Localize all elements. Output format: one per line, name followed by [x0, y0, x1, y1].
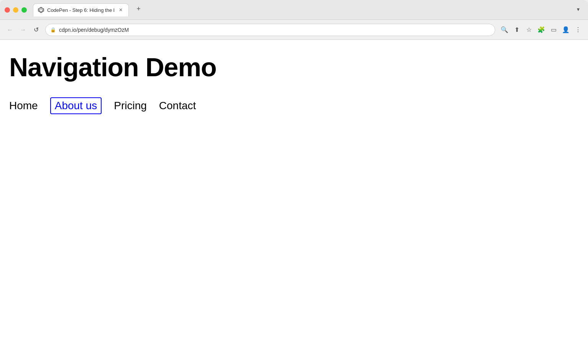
- address-bar: ← → ↺ 🔒 cdpn.io/pen/debug/dymzOzM 🔍 ⬆ ☆ …: [0, 20, 588, 40]
- forward-button[interactable]: →: [18, 25, 28, 35]
- svg-marker-1: [39, 9, 43, 12]
- back-button[interactable]: ←: [5, 25, 15, 35]
- close-button[interactable]: [5, 7, 10, 13]
- extensions-button[interactable]: 🧩: [536, 25, 547, 35]
- codepen-icon: [38, 7, 44, 13]
- nav-item-pricing[interactable]: Pricing: [114, 100, 147, 112]
- nav-item-contact[interactable]: Contact: [159, 100, 196, 112]
- reload-button[interactable]: ↺: [31, 25, 41, 35]
- svg-line-6: [38, 11, 39, 11]
- new-tab-button[interactable]: +: [133, 4, 144, 15]
- active-tab[interactable]: CodePen - Step 6: Hiding the l ✕: [33, 3, 129, 16]
- page-content: Navigation Demo Home About us Pricing Co…: [0, 40, 588, 364]
- search-button[interactable]: 🔍: [499, 25, 510, 35]
- address-field[interactable]: 🔒 cdpn.io/pen/debug/dymzOzM: [45, 24, 495, 36]
- tab-close-button[interactable]: ✕: [118, 7, 124, 13]
- minimize-button[interactable]: [13, 7, 18, 13]
- sidebar-button[interactable]: ▭: [548, 25, 559, 35]
- svg-line-7: [43, 11, 44, 11]
- window-controls: [5, 7, 27, 13]
- browser-window: CodePen - Step 6: Hiding the l ✕ + ▾ ← →…: [0, 0, 588, 364]
- profile-button[interactable]: 👤: [560, 25, 571, 35]
- title-bar: CodePen - Step 6: Hiding the l ✕ + ▾: [0, 0, 588, 20]
- lock-icon: 🔒: [50, 27, 56, 33]
- bookmark-button[interactable]: ☆: [524, 25, 534, 35]
- nav-item-home[interactable]: Home: [9, 100, 38, 112]
- tab-title: CodePen - Step 6: Hiding the l: [47, 7, 115, 13]
- nav-item-about[interactable]: About us: [50, 97, 102, 114]
- maximize-button[interactable]: [21, 7, 27, 13]
- page-title: Navigation Demo: [9, 52, 579, 82]
- menu-button[interactable]: ⋮: [573, 25, 583, 35]
- share-button[interactable]: ⬆: [511, 25, 522, 35]
- nav-menu: Home About us Pricing Contact: [9, 97, 579, 114]
- tab-dropdown-button[interactable]: ▾: [573, 4, 583, 15]
- toolbar-icons: 🔍 ⬆ ☆ 🧩 ▭ 👤 ⋮: [499, 25, 583, 35]
- url-text: cdpn.io/pen/debug/dymzOzM: [59, 27, 490, 33]
